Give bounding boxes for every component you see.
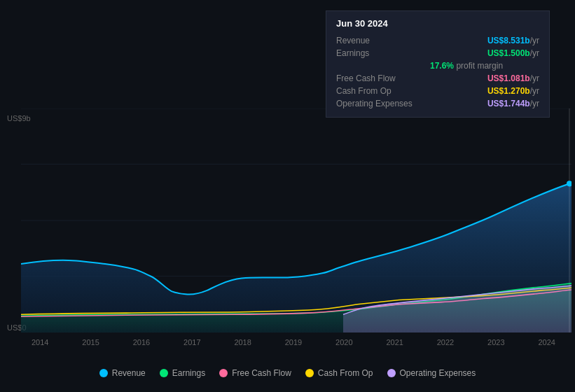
tooltip-cashop-value: US$1.270b/yr (487, 86, 539, 96)
data-tooltip: Jun 30 2024 Revenue US$8.531b/yr Earning… (326, 10, 550, 118)
tooltip-revenue-row: Revenue US$8.531b/yr (336, 34, 539, 47)
legend-fcf-label: Free Cash Flow (232, 368, 291, 378)
legend-fcf-dot (219, 369, 228, 377)
tooltip-opex-value: US$1.744b/yr (487, 99, 539, 108)
tooltip-opex-label: Operating Expenses (336, 99, 427, 108)
tooltip-cashop-row: Cash From Op US$1.270b/yr (336, 85, 539, 97)
legend-cashop-dot (305, 369, 314, 377)
tooltip-revenue-value: US$8.531b/yr (487, 36, 539, 46)
tooltip-earnings-value: US$1.500b/yr (487, 48, 539, 58)
chart-container: Jun 30 2024 Revenue US$8.531b/yr Earning… (0, 0, 575, 392)
tooltip-margin-value: 17.6% profit margin (430, 61, 503, 71)
tooltip-earnings-label: Earnings (336, 48, 427, 58)
legend-fcf[interactable]: Free Cash Flow (219, 368, 291, 378)
chart-legend: Revenue Earnings Free Cash Flow Cash Fro… (0, 368, 575, 378)
tooltip-fcf-label: Free Cash Flow (336, 74, 427, 83)
x-label-2018: 2018 (234, 338, 251, 346)
tooltip-opex-row: Operating Expenses US$1.744b/yr (336, 97, 539, 110)
legend-earnings-label: Earnings (172, 368, 205, 378)
legend-earnings[interactable]: Earnings (160, 368, 205, 378)
legend-opex-label: Operating Expenses (400, 368, 476, 378)
tooltip-fcf-value: US$1.081b/yr (487, 74, 539, 83)
tooltip-fcf-row: Free Cash Flow US$1.081b/yr (336, 72, 539, 85)
x-label-2022: 2022 (437, 338, 454, 346)
x-label-2021: 2021 (386, 338, 403, 346)
legend-earnings-dot (160, 369, 168, 377)
tooltip-date: Jun 30 2024 (336, 18, 539, 29)
tooltip-earnings-row: Earnings US$1.500b/yr (336, 47, 539, 59)
legend-revenue-label: Revenue (112, 368, 146, 378)
tooltip-margin-row: 17.6% profit margin (336, 59, 539, 72)
x-label-2019: 2019 (285, 338, 302, 346)
legend-cashop-label: Cash From Op (318, 368, 373, 378)
x-label-2015: 2015 (82, 338, 99, 346)
legend-opex-dot (387, 369, 396, 377)
x-label-2016: 2016 (133, 338, 150, 346)
chart-svg (21, 108, 571, 332)
tooltip-cashop-label: Cash From Op (336, 86, 427, 96)
legend-revenue-dot (99, 369, 108, 377)
legend-opex[interactable]: Operating Expenses (387, 368, 476, 378)
x-label-2017: 2017 (183, 338, 200, 346)
x-axis-labels: 2014 2015 2016 2017 2018 2019 2020 2021 … (0, 338, 575, 346)
x-label-2023: 2023 (487, 338, 504, 346)
tooltip-revenue-label: Revenue (336, 36, 427, 46)
chart-area (21, 108, 571, 332)
legend-cashop[interactable]: Cash From Op (305, 368, 373, 378)
x-label-2020: 2020 (335, 338, 352, 346)
legend-revenue[interactable]: Revenue (99, 368, 146, 378)
x-label-2014: 2014 (32, 338, 48, 346)
x-label-2024: 2024 (538, 338, 555, 346)
